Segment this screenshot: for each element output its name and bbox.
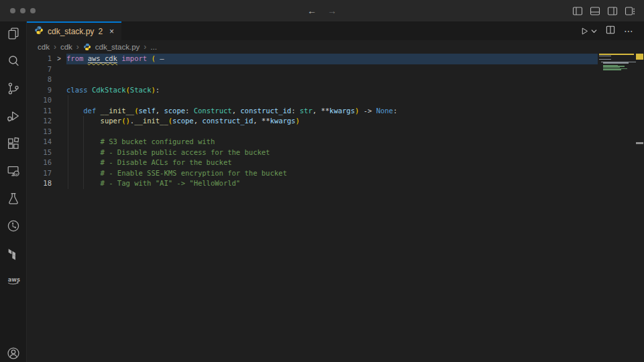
gutter-spacer: [52, 85, 66, 96]
code-token: ): [295, 117, 299, 125]
code-token: super: [101, 117, 122, 125]
tab-filename: cdk_stack.py: [48, 27, 94, 36]
code-line-text[interactable]: from aws_cdk import ( –: [66, 54, 164, 64]
code-line-text[interactable]: def __init__(self, scope: Construct, con…: [66, 106, 397, 117]
gutter-spacer: [52, 158, 66, 168]
code-row[interactable]: 15 # - Disable public access for the buc…: [27, 147, 644, 158]
code-row[interactable]: 1>from aws_cdk import ( –: [27, 54, 644, 64]
sidebar-item-explorer[interactable]: [6, 26, 21, 41]
minimap[interactable]: [599, 54, 635, 84]
code-token: ->: [359, 107, 376, 115]
code-token: [66, 107, 83, 115]
code-line-text[interactable]: super().__init__(scope, construct_id, **…: [66, 116, 300, 127]
code-row[interactable]: 13: [27, 127, 644, 137]
code-token: ,: [194, 117, 203, 125]
sidebar-item-circle-branch[interactable]: [6, 219, 21, 233]
code-token: kwargs: [329, 107, 355, 115]
code-row[interactable]: 17 # - Enable SSE-KMS encryption for the…: [27, 168, 644, 179]
code-token: ,: [253, 117, 262, 125]
code-token: # - Disable ACLs for the bucket: [101, 158, 232, 166]
breadcrumb-item-file[interactable]: cdk_stack.py: [95, 43, 140, 51]
sidebar-item-remote-explorer[interactable]: [6, 164, 21, 178]
sidebar-item-terraform[interactable]: [6, 246, 21, 261]
window-controls[interactable]: [10, 8, 36, 13]
accounts-icon[interactable]: [6, 346, 21, 361]
customize-layout-icon[interactable]: [625, 6, 635, 16]
code-token: None: [376, 107, 393, 115]
code-row[interactable]: 11 def __init__(self, scope: Construct, …: [27, 106, 644, 117]
sidebar-item-search[interactable]: [6, 54, 21, 68]
code-token: ,: [232, 107, 241, 115]
toggle-secondary-sidebar-icon[interactable]: [607, 6, 618, 16]
code-token: import: [121, 54, 147, 62]
sidebar-item-run-and-debug[interactable]: [6, 109, 21, 123]
sidebar-item-source-control[interactable]: [6, 81, 21, 96]
code-row[interactable]: 7: [27, 64, 644, 75]
fold-chevron-icon[interactable]: >: [52, 54, 66, 64]
breadcrumb: cdk › cdk › cdk_stack.py › ...: [27, 40, 644, 54]
history-nav: ← →: [307, 0, 337, 21]
code-token: # - Tag with "AI" -> "HelloWorld": [101, 179, 241, 187]
toggle-panel-icon[interactable]: [590, 6, 600, 16]
code-line-text[interactable]: # - Disable public access for the bucket: [66, 147, 270, 158]
run-python-file-button[interactable]: [580, 27, 597, 36]
breadcrumb-item-folder[interactable]: cdk: [38, 43, 50, 51]
toggle-primary-sidebar-icon[interactable]: [572, 6, 583, 16]
code-line-text[interactable]: # - Disable ACLs for the bucket: [66, 158, 232, 168]
code-line-text[interactable]: # - Enable SSE-KMS encryption for the bu…: [66, 168, 287, 179]
line-number: 17: [27, 168, 52, 179]
code-row[interactable]: 12 super().__init__(scope, construct_id,…: [27, 116, 644, 127]
breadcrumb-item-symbol[interactable]: ...: [150, 43, 157, 51]
line-number: 10: [27, 95, 52, 106]
breadcrumb-separator-icon: ›: [76, 42, 79, 52]
window-control-dot[interactable]: [30, 8, 36, 13]
code-token: (): [121, 117, 130, 125]
code-token: ,: [313, 107, 321, 115]
breadcrumb-item-folder[interactable]: cdk: [60, 43, 72, 51]
python-file-icon: [83, 43, 91, 51]
nav-back-button[interactable]: ←: [307, 5, 317, 16]
code-row[interactable]: 18 # - Tag with "AI" -> "HelloWorld": [27, 178, 644, 189]
sidebar-item-extensions[interactable]: [6, 136, 21, 151]
gutter-spacer: [52, 147, 66, 158]
tab-cdk-stack[interactable]: cdk_stack.py 2 ×: [27, 21, 121, 40]
code-row[interactable]: 9class CdkStack(Stack):: [27, 85, 644, 96]
code-editor[interactable]: 1>from aws_cdk import ( –789class CdkSta…: [27, 54, 644, 362]
line-number: 11: [27, 106, 52, 117]
breadcrumb-separator-icon: ›: [54, 42, 56, 52]
code-line-text[interactable]: # - Tag with "AI" -> "HelloWorld": [66, 178, 240, 189]
run-dropdown-chevron-icon: [591, 29, 597, 34]
sidebar-item-aws-toolkit[interactable]: aws: [6, 274, 21, 288]
python-file-icon: [34, 25, 44, 38]
code-token: # - Disable public access for the bucket: [101, 148, 270, 156]
more-actions-icon[interactable]: ⋯: [624, 26, 634, 36]
code-token: [66, 137, 101, 145]
code-token: [66, 179, 101, 187]
tab-bar: cdk_stack.py 2 × ⋯: [27, 21, 644, 40]
code-row[interactable]: 14 # S3 bucket configured with: [27, 137, 644, 147]
sidebar-item-testing[interactable]: [6, 191, 21, 206]
title-bar: ← →: [0, 0, 644, 21]
window-control-dot[interactable]: [10, 8, 15, 13]
line-number: 1: [27, 54, 52, 64]
code-token: class: [66, 86, 88, 94]
code-token: __init__: [134, 117, 168, 125]
gutter-spacer: [52, 74, 66, 85]
nav-forward-button[interactable]: →: [327, 5, 337, 16]
split-editor-icon[interactable]: [606, 25, 615, 37]
tab-problems-badge: 2: [98, 27, 103, 36]
gutter-spacer: [52, 116, 66, 127]
code-token: CdkStack: [92, 86, 126, 94]
code-row[interactable]: 10: [27, 95, 644, 106]
code-token: **: [321, 107, 329, 115]
code-line-text[interactable]: # S3 bucket configured with: [66, 137, 215, 147]
window-control-dot[interactable]: [20, 8, 25, 13]
vscode-window: ← →: [0, 0, 644, 362]
code-row[interactable]: 8: [27, 74, 644, 85]
code-line-text[interactable]: class CdkStack(Stack):: [66, 85, 160, 96]
minimap-warning-line: [599, 54, 634, 55]
gutter-spacer: [52, 178, 66, 189]
tab-close-icon[interactable]: ×: [109, 27, 114, 36]
line-number: 14: [27, 137, 52, 147]
code-row[interactable]: 16 # - Disable ACLs for the bucket: [27, 158, 644, 168]
